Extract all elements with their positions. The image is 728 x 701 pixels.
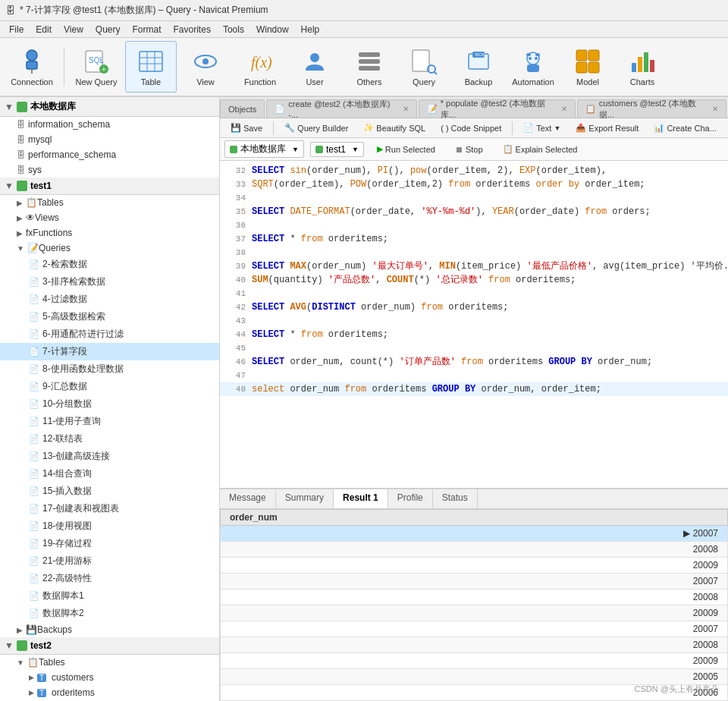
sidebar-query-14-组合查询[interactable]: 📄14-组合查询 <box>0 465 219 483</box>
table-row[interactable]: 20007 <box>221 574 728 589</box>
beautify-button[interactable]: ✨ Beautify SQL <box>357 121 431 135</box>
result-tab-result1[interactable]: Result 1 <box>334 489 388 508</box>
sidebar-query-19-存储过程[interactable]: 📄19-存储过程 <box>0 535 219 552</box>
sql-line-32[interactable]: 32SELECT sin(order_num), PI(), pow(order… <box>220 164 728 178</box>
sql-editor[interactable]: 32SELECT sin(order_num), PI(), pow(order… <box>220 161 728 489</box>
sidebar-schema-mysql[interactable]: 🗄mysql <box>0 132 219 147</box>
create-chart-button[interactable]: 📊 Create Cha... <box>648 121 722 135</box>
sidebar-query-22-高级特性[interactable]: 📄22-高级特性 <box>0 570 219 587</box>
toolbar-btn-automation[interactable]: Automation <box>507 41 559 93</box>
sql-line-33[interactable]: 33SQRT(order_item), POW(order_item,2) fr… <box>220 178 728 191</box>
menubar-item-view[interactable]: View <box>58 23 89 36</box>
menubar-item-tools[interactable]: Tools <box>217 23 250 36</box>
table-row[interactable]: 20009 <box>221 653 728 669</box>
menubar-item-query[interactable]: Query <box>89 23 127 36</box>
sidebar-group-Tables[interactable]: ▼📋Tables <box>0 655 219 670</box>
sidebar-db-test2[interactable]: ▼test2 <box>0 637 219 655</box>
sql-line-47[interactable]: 47 <box>220 369 728 382</box>
explain-button[interactable]: 📋 Explain Selected <box>496 142 585 156</box>
sql-line-40[interactable]: 40SUM(quantity) '产品总数', COUNT(*) '总记录数' … <box>220 273 728 287</box>
table-row[interactable]: 20009 <box>221 605 728 621</box>
sql-line-43[interactable]: 43 <box>220 314 728 328</box>
export-button[interactable]: 📤 Export Result <box>570 121 645 135</box>
sidebar-group-Functions[interactable]: ▶fxFunctions <box>0 225 219 240</box>
sidebar-group-Views[interactable]: ▶👁Views <box>0 210 219 225</box>
populate-close-icon[interactable]: ✕ <box>561 105 567 113</box>
sidebar-query-9-汇总数据[interactable]: 📄9-汇总数据 <box>0 378 219 395</box>
menubar-item-window[interactable]: Window <box>250 23 295 36</box>
sql-line-35[interactable]: 35SELECT DATE_FORMAT(order_date, '%Y-%m-… <box>220 205 728 218</box>
toolbar-btn-others[interactable]: Others <box>344 41 395 93</box>
table-row[interactable]: 20007 <box>221 621 728 637</box>
sidebar-query-7-计算字段[interactable]: 📄7-计算字段 <box>0 343 219 360</box>
sql-line-44[interactable]: 44SELECT * from orderitems; <box>220 328 728 341</box>
toolbar-btn-query[interactable]: Query <box>398 41 450 93</box>
sql-line-45[interactable]: 45 <box>220 341 728 355</box>
table-row[interactable]: 20005 <box>221 669 728 685</box>
sidebar-query-10-分组数据[interactable]: 📄10-分组数据 <box>0 395 219 413</box>
sql-line-36[interactable]: 36 <box>220 218 728 232</box>
toolbar-btn-connection[interactable]: Connection <box>6 41 58 93</box>
menubar-item-edit[interactable]: Edit <box>30 23 58 36</box>
sql-line-34[interactable]: 34 <box>220 191 728 205</box>
customers-close-icon[interactable]: ✕ <box>712 105 718 113</box>
sidebar-query-2-检索数据[interactable]: 📄2-检索数据 <box>0 256 219 273</box>
sql-line-41[interactable]: 41 <box>220 287 728 300</box>
db1-selector[interactable]: 本地数据库 ▼ <box>224 140 304 158</box>
sidebar-schema-sys[interactable]: 🗄sys <box>0 162 219 178</box>
tab-customers[interactable]: 📋customers @test2 (本地数据...✕ <box>577 99 726 118</box>
result-tab-message[interactable]: Message <box>220 489 276 508</box>
sidebar-root-header[interactable]: ▼本地数据库 <box>0 97 219 117</box>
sidebar-query-6-用通配符进行过滤[interactable]: 📄6-用通配符进行过滤 <box>0 325 219 343</box>
sidebar-query-8-使用函数处理数据[interactable]: 📄8-使用函数处理数据 <box>0 360 219 378</box>
tab-objects[interactable]: Objects <box>220 99 265 118</box>
sidebar-query-15-插入数据[interactable]: 📄15-插入数据 <box>0 483 219 500</box>
sidebar-query-13-创建高级连接[interactable]: 📄13-创建高级连接 <box>0 448 219 465</box>
save-button[interactable]: 💾 Save <box>224 121 268 135</box>
sidebar-query-数据脚本2[interactable]: 📄数据脚本2 <box>0 605 219 622</box>
table-row[interactable]: 20008 <box>221 589 728 605</box>
tab-create[interactable]: 📄create @test2 (本地数据库) -...✕ <box>266 99 416 118</box>
menubar-item-help[interactable]: Help <box>295 23 326 36</box>
toolbar-btn-charts[interactable]: Charts <box>617 41 668 93</box>
result-tab-summary[interactable]: Summary <box>276 489 334 508</box>
table-row[interactable]: ▶ 20007 <box>221 526 728 542</box>
sql-line-42[interactable]: 42SELECT AVG(DISTINCT order_num) from or… <box>220 300 728 314</box>
db2-selector[interactable]: test1 ▼ <box>310 142 364 157</box>
sidebar-query-12-联结表[interactable]: 📄12-联结表 <box>0 430 219 448</box>
sql-line-38[interactable]: 38 <box>220 246 728 259</box>
toolbar-btn-function[interactable]: f(x)Function <box>234 41 286 93</box>
table-row[interactable]: 20008 <box>221 542 728 558</box>
sidebar-table-orderitems[interactable]: ▶Torderitems <box>0 685 219 700</box>
query-builder-button[interactable]: 🔧 Query Builder <box>278 121 354 135</box>
sidebar-query-21-使用游标[interactable]: 📄21-使用游标 <box>0 552 219 570</box>
result-tab-profile[interactable]: Profile <box>388 489 433 508</box>
table-row[interactable]: 20009 <box>221 558 728 574</box>
sql-line-37[interactable]: 37SELECT * from orderitems; <box>220 232 728 246</box>
result-tab-status[interactable]: Status <box>433 489 478 508</box>
data-table-wrap[interactable]: order_num▶ 20007200082000920007200082000… <box>220 509 728 701</box>
sql-line-48[interactable]: 48select order_num from orderitems GROUP… <box>220 382 728 396</box>
sidebar-query-4-过滤数据[interactable]: 📄4-过滤数据 <box>0 291 219 308</box>
stop-button[interactable]: ⏹ Stop <box>448 143 490 156</box>
sidebar-query-3-排序检索数据[interactable]: 📄3-排序检索数据 <box>0 273 219 291</box>
create-close-icon[interactable]: ✕ <box>403 105 409 113</box>
text-button[interactable]: 📄 Text ▼ <box>517 121 566 135</box>
sidebar-schema-performance_schema[interactable]: 🗄performance_schema <box>0 147 219 162</box>
sql-line-39[interactable]: 39SELECT MAX(order_num) '最大订单号', MIN(ite… <box>220 259 728 273</box>
sidebar-query-数据脚本1[interactable]: 📄数据脚本1 <box>0 587 219 605</box>
toolbar-btn-backup[interactable]: BCKBackup <box>453 41 504 93</box>
tab-populate[interactable]: 📝* populate @test2 (本地数据库...✕ <box>419 99 576 118</box>
sidebar-schema-information_schema[interactable]: 🗄information_schema <box>0 117 219 132</box>
table-row[interactable]: 20008 <box>221 637 728 653</box>
sidebar-query-17-创建表和视图表[interactable]: 📄17-创建表和视图表 <box>0 500 219 517</box>
sidebar-query-5-高级数据检索[interactable]: 📄5-高级数据检索 <box>0 308 219 325</box>
sidebar-query-11-使用子查询[interactable]: 📄11-使用子查询 <box>0 413 219 430</box>
toolbar-btn-table[interactable]: Table <box>125 41 177 93</box>
code-snippet-button[interactable]: ( ) Code Snippet <box>435 121 507 135</box>
toolbar-btn-view[interactable]: View <box>180 41 231 93</box>
toolbar-btn-new-query[interactable]: SQL+New Query <box>71 41 122 93</box>
sidebar-db-test1[interactable]: ▼test1 <box>0 178 219 195</box>
menubar-item-format[interactable]: Format <box>127 23 168 36</box>
toolbar-btn-model[interactable]: Model <box>562 41 613 93</box>
